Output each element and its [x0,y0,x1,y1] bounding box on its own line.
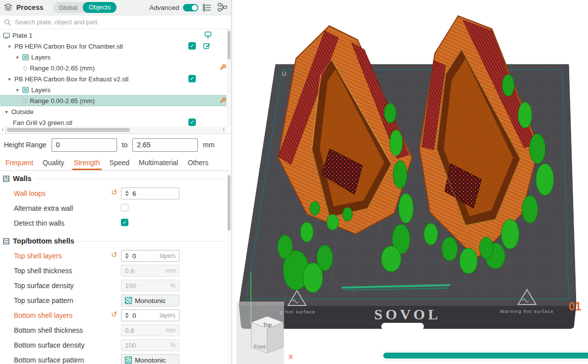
detect-thin-walls-checkbox[interactable] [121,219,128,226]
x-axis-label: X [289,353,293,361]
tree-label: Layers [31,54,51,61]
settings-vertical-scrollbar[interactable] [227,171,232,364]
plate-settings-icon[interactable] [204,31,212,40]
setting-label: Wall loops [14,189,46,197]
tree-label: Plate 1 [12,32,32,39]
walls-section-icon [3,176,9,182]
global-objects-toggle[interactable]: Global Objects [53,2,117,13]
scrollbar-thumb[interactable] [7,128,130,132]
bottom-surface-pattern-select[interactable]: Monotonic [121,354,179,364]
tree-row-layers[interactable]: ▾ Layers [0,84,227,95]
setting-row-top-surface-pattern: Top surface pattern Monotonic [0,293,232,308]
height-range-to-word: to [122,141,128,149]
tab-frequent[interactable]: Frequent [5,159,33,170]
scrollbar-thumb[interactable] [228,175,231,231]
tree-row-object[interactable]: Fan Grill v3 green.stl [0,117,227,126]
plate-notch [381,323,424,330]
setting-label: Top shell layers [14,252,62,260]
reset-to-default-icon[interactable]: ↺ [111,188,118,197]
height-range-to-input[interactable] [132,138,198,152]
search-bar [0,15,232,29]
chevron-down-icon[interactable]: ▾ [7,76,12,82]
tab-others[interactable]: Others [187,159,208,170]
modify-range-wrench-icon[interactable] [219,64,226,72]
segment-global[interactable]: Global [53,4,83,11]
tree-row-outside[interactable]: ▾ Outside [0,106,227,117]
bottom-shell-layers-input[interactable]: 0 layers [121,309,179,321]
modify-range-wrench-icon[interactable] [219,97,226,106]
setting-label: Bottom surface density [14,341,84,349]
scroll-left-arrow[interactable]: ‹ [0,126,6,133]
tree-vertical-scrollbar[interactable] [227,29,232,126]
search-input[interactable] [14,18,228,26]
scroll-right-arrow[interactable]: › [221,126,227,133]
tree-row-plate[interactable]: Plate 1 [0,30,227,41]
process-stack-icon [4,3,12,11]
edit-object-icon[interactable] [203,42,211,51]
stepper-arrows[interactable] [125,312,129,318]
top-shell-layers-input[interactable]: 0 layers [121,250,179,262]
settings-list-icon[interactable] [203,3,212,11]
range-diamond-icon: ◇ [23,64,27,71]
tree-row-range-selected[interactable]: ◇ Range 0.00-2.65 (mm) [0,95,227,106]
alternate-extra-wall-checkbox[interactable] [121,204,128,211]
tree-row-range[interactable]: ◇ Range 0.00-2.65 (mm) [0,62,227,73]
tab-multimaterial[interactable]: Multimaterial [139,159,178,170]
tree-label: Fan Grill v3 green.stl [13,119,72,126]
chevron-down-icon[interactable]: ▾ [4,109,9,115]
tree-row-layers[interactable]: ▾ Layers [0,52,227,62]
warning-text-left: g hot surface [280,309,316,314]
strength-settings: Walls Wall loops ↺ 6 Alternate extra wal… [0,171,232,364]
settings-tabs: Frequent Quality Strength Speed Multimat… [0,156,232,171]
advanced-toggle[interactable] [183,4,198,11]
tab-quality[interactable]: Quality [43,159,64,170]
shells-section-icon [3,238,9,244]
segment-objects[interactable]: Objects [83,2,117,13]
wall-loops-input[interactable]: 6 [121,187,179,199]
height-range-from-input[interactable] [52,138,117,152]
plate-marking: U [282,70,287,77]
progress-bar[interactable] [381,351,588,360]
object-visible-checkbox[interactable] [188,75,196,82]
top-surface-pattern-select[interactable]: Monotonic [121,295,179,306]
object-hierarchy-icon[interactable] [218,3,228,12]
reset-to-default-icon[interactable]: ↺ [111,310,118,319]
chevron-down-icon[interactable]: ▾ [15,87,20,93]
tree-row-object[interactable]: ▾ PB HEPA Carbon Box for Exhaust v2.stl [0,73,227,84]
setting-row-wall-loops: Wall loops ↺ 6 [0,186,232,201]
tree-row-object[interactable]: ▾ PB HEPA Carbon Box for Chamber.stl [0,41,227,52]
pattern-swatch-icon [125,297,132,304]
3d-viewport[interactable]: U SOVOL g hot surface Warning hot surfac… [233,0,588,364]
setting-row-detect-thin-walls: Detect thin walls [0,216,232,231]
setting-label: Top surface pattern [14,297,73,304]
tree-label: PB HEPA Carbon Box for Chamber.stl [14,43,123,50]
tree-label: Outside [11,108,34,116]
tree-horizontal-scrollbar[interactable]: ‹ › [0,126,227,133]
panel-title: Process [16,3,43,11]
setting-row-bottom-shell-thickness: Bottom shell thickness 0.8 mm [0,323,232,338]
plate-icon [3,32,10,39]
tree-label: Range 0.00-2.65 (mm) [30,64,95,72]
section-title: Walls [13,175,31,182]
top-surface-density-input: 100 % [121,280,179,292]
scrollbar-thumb[interactable] [228,31,231,60]
setting-row-bottom-surface-density: Bottom surface density 100 % [0,338,232,353]
reset-to-default-icon[interactable]: ↺ [111,250,118,259]
object-visible-checkbox[interactable] [188,42,196,50]
tree-label: Layers [31,86,51,94]
bottom-shell-thickness-input: 0.8 mm [121,324,179,336]
object-visible-checkbox[interactable] [188,119,196,126]
object-tree: Plate 1 ▾ PB HEPA Carbon Box for Chamber… [0,29,232,134]
gizmo-top-label: Top [263,322,272,328]
chevron-down-icon[interactable]: ▾ [7,44,12,49]
chevron-down-icon[interactable]: ▾ [15,55,20,60]
setting-row-bottom-shell-layers: Bottom shell layers ↺ 0 layers [0,308,232,323]
progress-bar-fill [383,353,588,359]
tab-strength[interactable]: Strength [74,159,100,170]
section-shells: Top/bottom shells [0,234,232,248]
setting-row-top-surface-density: Top surface density 100 % [0,278,232,293]
setting-label: Bottom surface pattern [14,356,84,364]
stepper-arrows[interactable] [125,253,129,259]
stepper-arrows[interactable] [125,190,129,196]
tab-speed[interactable]: Speed [110,159,129,170]
